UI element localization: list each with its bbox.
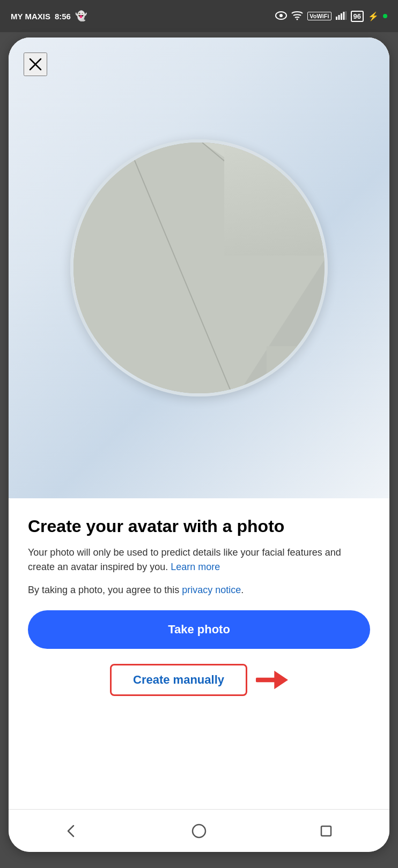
bottom-nav [9,809,389,852]
svg-point-1 [279,14,283,17]
svg-point-2 [297,18,298,20]
camera-area [9,38,389,498]
svg-point-18 [193,825,205,837]
close-button[interactable] [24,53,47,76]
svg-marker-17 [274,671,288,689]
camera-viewfinder [70,139,328,396]
back-button[interactable] [56,815,88,847]
svg-rect-4 [338,15,340,20]
description-text: Your photo will only be used to predict … [28,545,370,574]
app-content: Create your avatar with a photo Your pho… [9,38,389,809]
home-button[interactable] [183,815,215,847]
status-left: MY MAXIS 8:56 👻 [11,10,87,22]
svg-rect-7 [345,11,347,20]
arrow-indicator [256,668,288,692]
privacy-notice-link[interactable]: privacy notice [182,585,241,595]
take-photo-button[interactable]: Take photo [28,610,370,649]
svg-rect-3 [336,17,337,20]
svg-rect-19 [321,826,331,836]
svg-rect-15 [267,346,328,396]
privacy-text: By taking a photo, you agree to this pri… [28,583,370,597]
content-area: Create your avatar with a photo Your pho… [9,498,389,809]
svg-rect-5 [341,13,342,20]
time-label: 8:56 [55,12,71,21]
eye-icon [275,11,287,21]
svg-rect-16 [256,678,277,683]
signal-icon [336,11,347,21]
carrier-label: MY MAXIS [11,12,50,21]
create-manually-button[interactable]: Create manually [110,664,247,696]
phone-frame: Create your avatar with a photo Your pho… [9,38,389,852]
status-bar: MY MAXIS 8:56 👻 VoWiFi [0,0,398,32]
status-right: VoWiFi 96 ⚡ [275,11,387,22]
page-title: Create your avatar with a photo [28,515,370,537]
create-manually-container: Create manually [28,660,370,700]
green-dot-indicator [383,14,387,18]
recents-button[interactable] [310,815,342,847]
snapchat-icon: 👻 [75,10,87,22]
battery-icon: 96 [351,11,364,22]
vowifi-badge: VoWiFi [307,12,331,20]
charging-icon: ⚡ [368,11,379,21]
wifi-icon [291,11,303,22]
learn-more-link[interactable]: Learn more [171,562,220,572]
svg-rect-6 [343,12,344,20]
